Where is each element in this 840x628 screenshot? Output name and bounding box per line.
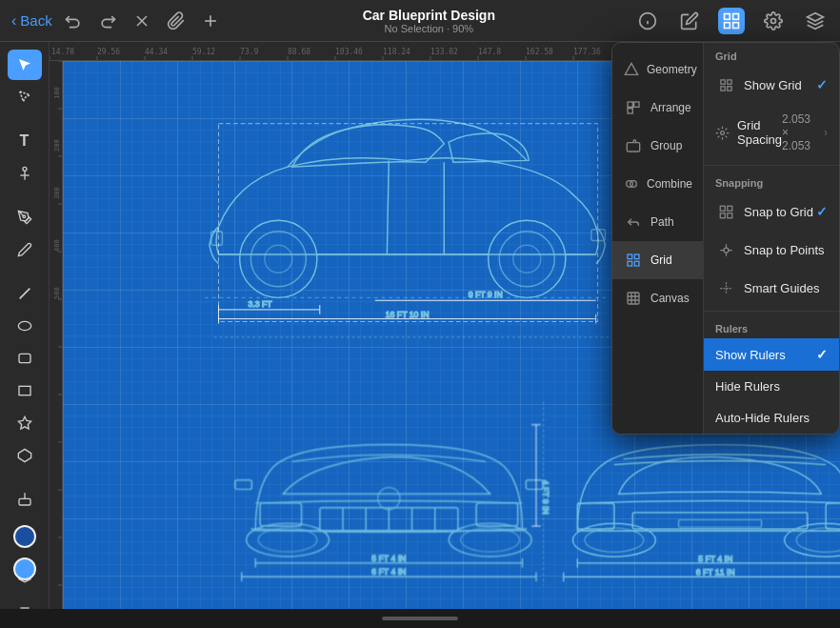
title-bar: ‹ Back — [0, 0, 840, 42]
home-indicator — [0, 609, 840, 628]
svg-rect-9 — [733, 22, 739, 28]
app-subtitle: No Selection · 90% — [224, 23, 634, 34]
nav-group[interactable]: Group — [612, 127, 703, 165]
snap-grid-check: ✓ — [816, 204, 828, 219]
anchor-tool[interactable] — [8, 158, 42, 189]
svg-text:4 FT 9 IN: 4 FT 9 IN — [541, 480, 550, 515]
pen-tool[interactable] — [8, 202, 42, 233]
svg-text:6 FT 4 IN: 6 FT 4 IN — [371, 567, 406, 577]
tool-group-text: T — [8, 126, 42, 189]
svg-rect-18 — [19, 354, 30, 362]
svg-point-15 — [23, 215, 26, 218]
snap-to-grid-row[interactable]: Snap to Grid ✓ — [704, 192, 839, 231]
nav-combine[interactable]: Combine — [612, 165, 703, 203]
title-bar-right — [634, 8, 829, 34]
grid-spacing-value: 2.053 × 2.053 — [782, 112, 820, 152]
svg-text:200: 200 — [53, 139, 61, 152]
text-tool[interactable]: T — [8, 126, 42, 156]
pencil-draw-tool[interactable] — [8, 234, 42, 265]
svg-text:118.24: 118.24 — [383, 48, 410, 56]
nav-geometry-label: Geometry — [647, 63, 697, 76]
svg-text:103.46: 103.46 — [335, 48, 363, 56]
polygon-tool[interactable] — [8, 440, 42, 471]
ellipse-tool[interactable] — [8, 311, 42, 341]
svg-rect-115 — [235, 480, 251, 490]
color-swatch-dark[interactable] — [13, 525, 36, 548]
svg-rect-7 — [725, 13, 730, 19]
svg-rect-131 — [826, 503, 840, 529]
hide-rulers-row[interactable]: Hide Rulers — [704, 371, 839, 402]
nav-canvas[interactable]: Canvas — [612, 279, 703, 317]
layers-button[interactable] — [802, 8, 829, 34]
color-swatch-light[interactable] — [13, 557, 36, 580]
popup-nav: Geometry Arrange Group — [612, 43, 704, 434]
fill-tool[interactable] — [8, 484, 42, 515]
minus-tool[interactable] — [8, 593, 42, 623]
grid-spacing-row[interactable]: Grid Spacing 2.053 × 2.053 › — [704, 104, 839, 161]
svg-rect-149 — [628, 102, 632, 107]
show-grid-icon — [715, 74, 736, 95]
smart-guides-row[interactable]: Smart Guides — [704, 269, 839, 307]
svg-text:14.78: 14.78 — [51, 48, 74, 56]
nav-geometry[interactable]: Geometry — [612, 51, 703, 89]
app-title: Car Blueprint Design — [224, 8, 634, 23]
smart-guides-icon — [715, 277, 736, 298]
snap-grid-icon — [715, 201, 736, 222]
grid-spacing-icon — [715, 122, 730, 143]
show-grid-row[interactable]: Show Grid ✓ — [704, 66, 839, 104]
grid-nav-icon — [624, 251, 643, 270]
rounded-rect-tool[interactable] — [8, 343, 42, 374]
redo-button[interactable] — [94, 8, 121, 34]
pencil-button[interactable] — [676, 8, 703, 34]
show-rulers-check: ✓ — [816, 347, 828, 362]
svg-text:6 FT 11 IN: 6 FT 11 IN — [696, 567, 735, 577]
info-button[interactable] — [634, 8, 661, 34]
svg-rect-151 — [628, 109, 632, 113]
rect-tool[interactable] — [8, 375, 42, 406]
nav-combine-label: Combine — [647, 177, 692, 191]
svg-rect-155 — [628, 254, 632, 259]
close-button[interactable] — [129, 8, 155, 34]
svg-point-82 — [265, 245, 292, 273]
title-center: Car Blueprint Design No Selection · 90% — [224, 8, 634, 34]
svg-rect-161 — [727, 79, 730, 83]
settings-button[interactable] — [760, 8, 787, 34]
show-grid-check: ✓ — [816, 77, 828, 92]
line-tool[interactable] — [8, 278, 42, 309]
popup-menu: Geometry Arrange Group — [611, 42, 840, 435]
auto-hide-rulers-row[interactable]: Auto-Hide Rulers — [704, 402, 839, 434]
svg-text:147.8: 147.8 — [478, 48, 501, 56]
attach-button[interactable] — [163, 8, 190, 34]
grid-spacing-label: Grid Spacing — [737, 118, 782, 147]
svg-text:73.9: 73.9 — [240, 48, 258, 56]
nav-path-label: Path — [650, 215, 674, 229]
svg-text:29.56: 29.56 — [97, 48, 120, 56]
nav-arrange-label: Arrange — [650, 101, 691, 114]
undo-button[interactable] — [60, 8, 87, 34]
tool-group-shapes — [8, 278, 42, 471]
back-chevron-icon: ‹ — [11, 12, 16, 30]
divider-snapping — [704, 165, 839, 166]
svg-rect-158 — [628, 261, 632, 266]
snap-to-points-row[interactable]: Snap to Points — [704, 231, 839, 269]
marquee-tool[interactable] — [8, 82, 42, 112]
svg-rect-156 — [634, 254, 639, 259]
svg-text:133.02: 133.02 — [430, 48, 458, 56]
nav-path[interactable]: Path — [612, 203, 703, 241]
svg-point-117 — [378, 487, 400, 509]
snap-points-label: Snap to Points — [744, 243, 828, 257]
rulers-section-header: Rulers — [704, 315, 839, 338]
svg-rect-150 — [634, 102, 639, 107]
back-button[interactable]: ‹ Back — [11, 12, 52, 30]
nav-grid[interactable]: Grid — [612, 241, 703, 279]
show-rulers-row[interactable]: Show Rulers ✓ — [704, 338, 839, 371]
nav-arrange[interactable]: Arrange — [612, 89, 703, 127]
svg-text:177.36: 177.36 — [573, 48, 601, 56]
grid-button[interactable] — [718, 8, 745, 34]
divider-rulers — [704, 311, 839, 312]
star-tool[interactable] — [8, 408, 42, 438]
select-tool[interactable] — [8, 50, 42, 80]
add-button[interactable] — [197, 8, 224, 34]
arrange-icon — [624, 98, 643, 117]
canvas-icon — [624, 289, 643, 308]
